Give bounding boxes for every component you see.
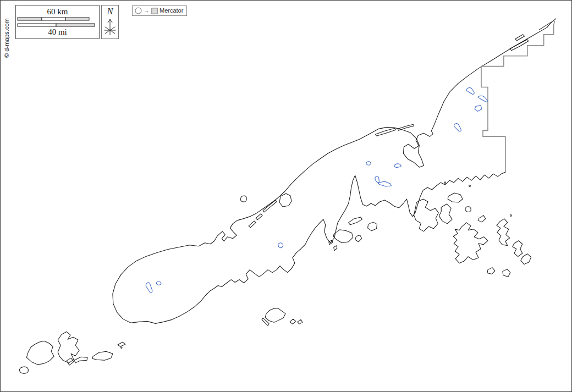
island (333, 230, 353, 243)
north-arrow-box: N (101, 5, 119, 39)
island (290, 319, 296, 324)
islands (19, 35, 531, 373)
island (256, 214, 262, 220)
island (398, 124, 414, 130)
scale-mi-segment (56, 24, 95, 26)
island (240, 196, 246, 202)
island (521, 254, 531, 264)
island (263, 200, 277, 212)
map-canvas: 60 km 40 mi N (0, 0, 572, 392)
islet (444, 182, 446, 184)
lake (278, 243, 283, 248)
scale-bar: 60 km 40 mi (15, 5, 100, 39)
island (92, 351, 113, 360)
arrow-right-icon: → (144, 8, 150, 14)
square-icon (151, 8, 158, 14)
coastline-path (113, 19, 556, 323)
island (249, 221, 256, 228)
scale-mi-segment (18, 24, 56, 26)
island (298, 319, 302, 324)
island (118, 342, 125, 346)
lake (146, 283, 152, 292)
scale-km-segment (65, 18, 89, 20)
lake (394, 164, 402, 168)
lake (479, 96, 487, 102)
projection-label: Mercator (160, 8, 183, 14)
island (67, 358, 74, 365)
lake (375, 176, 380, 183)
island (497, 219, 510, 246)
island (487, 268, 495, 274)
islet (121, 347, 122, 348)
scale-mi-label: 40 mi (16, 27, 99, 37)
island (503, 269, 510, 277)
scale-km-segment (42, 18, 65, 20)
outline-map (1, 1, 571, 391)
island (439, 204, 452, 224)
island (74, 357, 87, 363)
lake (378, 181, 392, 186)
island (515, 35, 525, 41)
island (376, 128, 396, 136)
island (368, 222, 377, 231)
island (465, 207, 471, 212)
north-arrow-icon (102, 16, 118, 36)
island (349, 217, 362, 225)
island (334, 246, 337, 251)
island (279, 194, 292, 207)
island (26, 341, 54, 365)
scale-km-segment (18, 18, 42, 20)
island (19, 367, 28, 373)
island (478, 216, 486, 222)
island (265, 308, 285, 322)
lake (454, 124, 461, 131)
island (513, 241, 522, 257)
boundary-steps-path (481, 21, 555, 172)
lake (156, 281, 161, 285)
lake (475, 105, 482, 111)
island (453, 223, 488, 263)
projection-chip: → Mercator (132, 5, 187, 16)
island (448, 193, 463, 202)
islet (510, 215, 512, 217)
lake (366, 162, 371, 165)
copyright-credit: © d-maps.com (3, 18, 10, 58)
circle-icon (135, 7, 142, 14)
lakes (146, 87, 487, 292)
island (355, 235, 362, 242)
island (510, 40, 529, 51)
borough-boundary (481, 21, 555, 172)
lake (466, 87, 474, 94)
coastline-mainland (113, 19, 556, 323)
island (262, 318, 269, 325)
islet (469, 185, 471, 187)
north-label: N (102, 7, 118, 16)
island (414, 199, 438, 231)
island (58, 332, 79, 363)
